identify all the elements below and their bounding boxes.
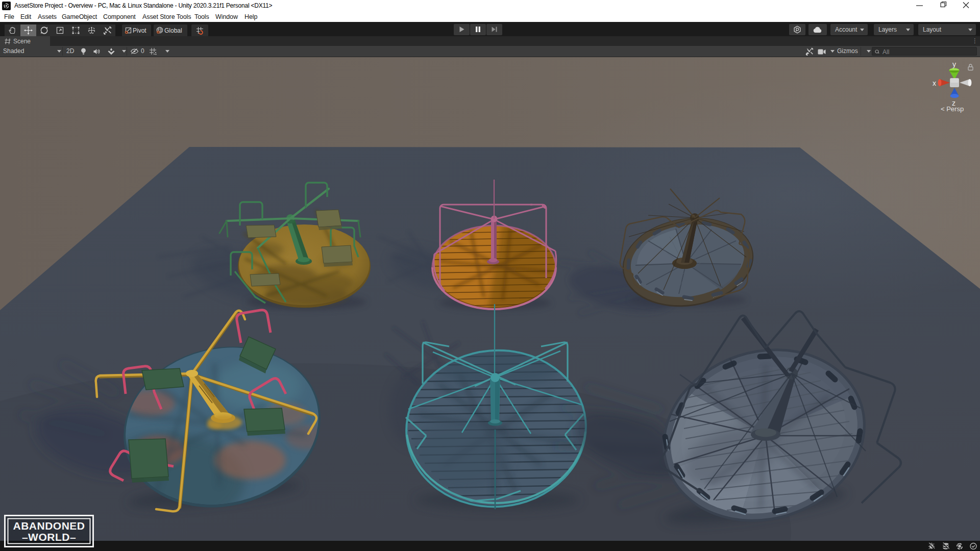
svg-text:y: y [952, 60, 956, 68]
svg-text:ABANDONED: ABANDONED [13, 520, 85, 532]
svg-text:–WORLD–: –WORLD– [22, 531, 76, 543]
svg-text:< Persp: < Persp [941, 105, 964, 113]
svg-text:x: x [933, 79, 936, 87]
